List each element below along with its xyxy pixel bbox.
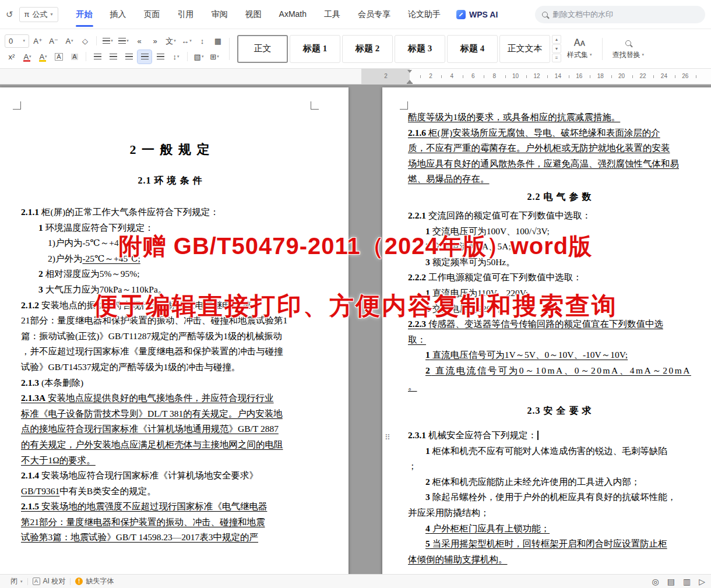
ribbon-tabs: 开始插入页面引用审阅视图AxMath工具会员专享论文助手 [69, 0, 448, 29]
doc-heading: 2.1 环 境 条 件 [21, 174, 319, 187]
menu-tab-8[interactable]: 工具 [316, 0, 348, 29]
character-shading-icon[interactable]: A [68, 50, 82, 64]
style-item-5[interactable]: 标题 4 [447, 35, 498, 63]
doc-line: 2 直流电流信号可为0～10mA、0～20mA、4mA～20mA [408, 363, 711, 379]
ruler-number: 24 [661, 73, 667, 79]
doc-line: 5 当采用摇架型机柜时，回转框架开启和闭合时应设置防止柜 [408, 536, 711, 552]
doc-line: 2.1.1 柜(屏)的正常工作大气条件应符合下列规定： [21, 205, 319, 220]
style-item-1[interactable]: 正文 [237, 35, 288, 63]
gallery-scroll-down[interactable]: ▾ [552, 44, 561, 53]
menu-tab-9[interactable]: 会员专享 [350, 0, 398, 29]
align-left-icon[interactable] [90, 50, 104, 64]
style-item-4[interactable]: 标题 3 [395, 35, 445, 63]
doc-line: 试验第3篇：地震试验》GB/T 14598.23—2017表3中规定的严 [21, 530, 319, 545]
style-item-2[interactable]: 标题 1 [290, 35, 340, 63]
doc-line: 试验》GB/T14537规定的严酷等级为1级的冲击与碰撞。 [21, 360, 319, 375]
doc-line: 酷度等级为1级的要求，或具备相应的抗震减震措施。 [408, 110, 711, 125]
doc-line: 2.2.2 工作电源额定值可在下列数值中选取： [408, 270, 711, 286]
align-justify-icon[interactable] [138, 50, 152, 64]
missing-font-warning[interactable]: !缺失字体 [71, 576, 118, 586]
ruler-number: 12 [533, 73, 540, 79]
style-item-6[interactable]: 正文文本 [499, 35, 550, 63]
font-color-icon[interactable]: A▾ [20, 50, 34, 64]
doc-line: 体倾倒的辅助支撑机构。 [408, 552, 711, 568]
multi-page-view-icon[interactable]: ▥ [683, 577, 691, 586]
menu-tab-2[interactable]: 插入 [103, 0, 134, 29]
doc-line: 燃、易爆品的存在。 [408, 171, 711, 187]
status-toggle[interactable]: 闭▾ [6, 576, 27, 586]
font-size-select[interactable]: 0▾ [5, 34, 29, 48]
increase-indent-icon[interactable]: » [148, 34, 162, 48]
gallery-expand[interactable]: ≡ [552, 54, 561, 62]
style-set-button[interactable]: 🗛 样式集▾ [561, 38, 598, 60]
character-border-icon[interactable]: A [52, 50, 66, 64]
formatting-toolbar: 0▾A⁺A⁻A▾◇▾▾«»文▾↔▾↕▦ x²A▾A▾AA↕▾▧▾⊞▾ 正文标题 … [0, 29, 711, 69]
tab-wps-ai[interactable]: WPS AI [456, 10, 498, 19]
numbered-list-icon[interactable]: ▾ [117, 34, 131, 48]
clear-format-icon[interactable]: ◇ [78, 34, 92, 48]
menu-tab-1[interactable]: 开始 [69, 0, 100, 29]
eye-protection-icon[interactable]: ◎ [652, 577, 659, 586]
ruler-number: 18 [597, 73, 604, 79]
first-line-indent-marker[interactable] [407, 70, 412, 73]
align-right-icon[interactable] [122, 50, 136, 64]
ai-check-icon: A [33, 578, 40, 585]
sort-icon[interactable]: ↕ [195, 34, 209, 48]
margin-crop-mark [400, 101, 408, 110]
horizontal-ruler[interactable]: 22468101214161820222426 [0, 69, 711, 84]
doc-line: 的有关规定，户外安装地点应满足机柜壳体与主接地网之间的电阻 [21, 437, 319, 453]
ai-proofread-button[interactable]: AAI 校对 [28, 576, 71, 586]
borders-icon[interactable]: ⊞▾ [207, 50, 221, 64]
ruler-number: 2 [384, 73, 388, 79]
ruler-tick [632, 75, 633, 78]
decrease-indent-icon[interactable]: « [132, 34, 146, 48]
toolbar-divider [229, 38, 230, 60]
text-direction-icon[interactable]: ↔▾ [179, 34, 193, 48]
find-replace-button[interactable]: 查找替换▾ [607, 38, 650, 60]
formula-dropdown[interactable]: π 公式 ▾ [19, 7, 58, 22]
decrease-font-icon[interactable]: A⁻ [47, 34, 61, 48]
doc-line: 不大于1Ω的要求。 [21, 453, 319, 469]
undo-icon[interactable]: ↺ [3, 8, 16, 21]
pi-icon: π [24, 10, 30, 19]
line-spacing-icon[interactable]: ↕▾ [169, 50, 183, 64]
menu-tab-6[interactable]: 视图 [238, 0, 269, 29]
doc-line: 1 直流电压信号可为1V～5V、0～10V、-10V～10V; [408, 347, 711, 363]
text-cursor [537, 431, 538, 440]
menu-tab-4[interactable]: 引用 [170, 0, 202, 29]
toolbar-divider [96, 36, 97, 45]
ruler-number: 22 [639, 73, 646, 79]
menu-tab-7[interactable]: AxMath [272, 0, 314, 29]
style-item-3[interactable]: 标题 2 [342, 35, 393, 63]
command-search[interactable] [535, 6, 705, 23]
highlight-color-icon[interactable]: A▾ [36, 50, 50, 64]
bullet-list-icon[interactable]: ▾ [101, 34, 115, 48]
doc-line: ； [408, 459, 711, 474]
paragraph-drag-handle[interactable]: ⠿ [385, 430, 390, 446]
text-effect-icon[interactable]: A▾ [62, 34, 76, 48]
search-input[interactable] [552, 10, 681, 19]
single-page-view-icon[interactable]: ▤ [667, 577, 675, 586]
menu-tab-10[interactable]: 论文助手 [400, 0, 448, 29]
gallery-scroll-up[interactable]: ▴ [552, 35, 561, 44]
ruler-tick [590, 75, 590, 78]
subscript-icon[interactable]: x² [5, 50, 19, 64]
ruler-tick [547, 75, 548, 78]
ruler-number: 8 [492, 73, 496, 79]
align-center-icon[interactable] [106, 50, 120, 64]
document-page-right[interactable]: 酷度等级为1级的要求，或具备相应的抗震减震措施。2.1.6 柜(屏)安装场所应无… [382, 87, 711, 574]
menu-tab-3[interactable]: 页面 [136, 0, 168, 29]
document-page-left[interactable]: 2 一 般 规 定2.1 环 境 条 件2.1.1 柜(屏)的正常工作大气条件应… [0, 87, 349, 574]
menu-tab-5[interactable]: 审阅 [204, 0, 235, 29]
autoplay-icon[interactable]: ▷ [699, 577, 705, 586]
status-bar: 闭▾AAI 校对!缺失字体 ◎▤▥▷ [0, 574, 711, 588]
increase-font-icon[interactable]: A⁺ [31, 34, 45, 48]
shading-icon[interactable]: ▧▾ [192, 50, 206, 64]
phonetic-guide-icon[interactable]: 文▾ [164, 34, 178, 48]
chevron-down-icon: ▾ [642, 52, 645, 57]
ruler-number: 20 [618, 73, 625, 79]
doc-line: GB/T9361中有关B类安全的规定。 [21, 484, 319, 499]
distribute-icon[interactable] [153, 50, 167, 64]
show-marks-icon[interactable]: ▦ [211, 34, 225, 48]
doc-line: 3 除起吊螺栓外，使用于户外的机柜应具有良好的抗破坏性能， [408, 490, 711, 505]
